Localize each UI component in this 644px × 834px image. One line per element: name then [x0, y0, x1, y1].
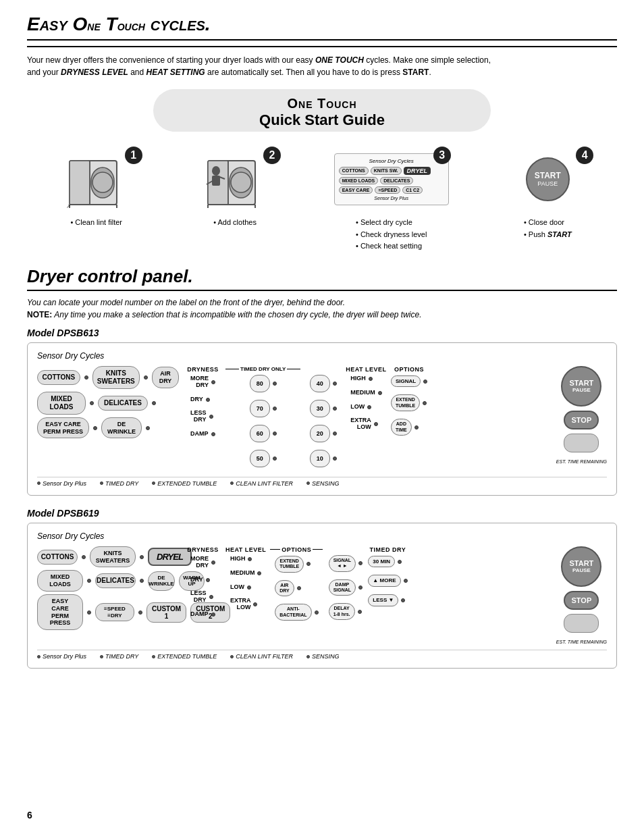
dot-2h3 — [247, 585, 251, 590]
dot-2o1 — [306, 562, 311, 566]
quick-start-guide: One Touch Quick Start Guide — [153, 89, 491, 132]
signal-btn[interactable]: SIGNAL — [391, 375, 421, 388]
speed-dry-btn-2[interactable]: ≡SPEED≡DRY — [95, 603, 134, 621]
dot-2-6 — [138, 610, 142, 615]
easy-care-btn-2[interactable]: EASY CAREPERM PRESS — [37, 594, 83, 630]
t70-btn[interactable]: 70 — [250, 400, 270, 417]
dot-2-3 — [87, 579, 91, 583]
t70-row: 70 — [250, 400, 277, 417]
timed-dry-col-2: TIMED DRY 30 MIN ▲ MORE LESS ▼ — [368, 546, 407, 644]
start-pause-btn-1[interactable]: START PAUSE — [561, 366, 601, 407]
de-wrinkle-btn-1[interactable]: DEWRINKLE — [101, 417, 142, 439]
custom1-btn-2[interactable]: CUSTOM1 — [146, 602, 186, 623]
anti-bacterial-row-2: ANTI-BACTERIAL — [275, 604, 318, 621]
add-clothes-icon — [201, 151, 269, 208]
model-notes: You can locate your model number on the … — [27, 296, 617, 321]
damp-signal-btn-2[interactable]: DAMPSIGNAL — [329, 579, 356, 596]
sensor-dry-plus-label-2: Sensor Dry Plus — [37, 653, 86, 660]
panel-main-2: COTTONS KNITSSWEATERS DRYEL MIXEDLOADS D… — [37, 546, 607, 644]
dot-2d3 — [209, 595, 213, 599]
options-col-1: OPTIONS SIGNAL EXTENDTUMBLE ADDTIME — [391, 366, 428, 471]
signal-btn-2[interactable]: SIGNAL◄ ► — [329, 555, 356, 572]
medium-heat-row-2: MEDIUM — [230, 570, 262, 577]
cottons-btn-1[interactable]: COTTONS — [37, 370, 80, 385]
t50-btn[interactable]: 50 — [250, 450, 270, 467]
settings-col-1: DRYNESS MOREDRY DRY LESSDRY — [184, 366, 551, 471]
extend-tumble-btn[interactable]: EXTENDTUMBLE — [391, 394, 420, 411]
more-btn-2[interactable]: ▲ MORE — [368, 575, 400, 587]
intro-paragraph: Your new dryer offers the convenience of… — [27, 54, 617, 78]
dot-2td3 — [401, 598, 405, 602]
steps-row: ↗ 1 • Clean lint filter — [27, 145, 617, 253]
svg-text:↗: ↗ — [66, 203, 71, 208]
dryness-col-1: DRYNESS MOREDRY DRY LESSDRY — [184, 366, 221, 471]
damp-row-2: DAMP — [190, 611, 215, 618]
dot-2d1 — [211, 561, 215, 565]
extend-tumble-row-2: EXTENDTUMBLE — [275, 556, 318, 573]
air-dry-btn-2[interactable]: AIRDRY — [275, 580, 294, 597]
sensing-bottom-1: SENSING — [306, 480, 340, 487]
delicates-btn-1[interactable]: DELICATES — [98, 396, 148, 411]
timed-dry-header-2: TIMED DRY — [370, 546, 406, 553]
step-4-icon-area: START PAUSE 4 — [500, 145, 595, 213]
dot-2-1 — [82, 555, 86, 559]
cycles-col-2: COTTONS KNITSSWEATERS DRYEL MIXEDLOADS D… — [37, 546, 179, 644]
air-dry-btn-1[interactable]: AIRDRY — [152, 367, 179, 388]
step-3-icon-area: Sensor Dry Cycles COTTONS KNITS SW. DRYE… — [331, 145, 452, 213]
dot-2d2 — [206, 578, 210, 582]
mixed-loads-btn-1[interactable]: MIXEDLOADS — [37, 392, 86, 415]
bottom-row-2: Sensor Dry Plus TIMED DRY EXTENDED TUMBL… — [37, 650, 607, 660]
medium-heat-label: MEDIUM — [350, 390, 375, 396]
timed-col1-1: TIMED DRY ONLY 80 70 60 — [225, 366, 300, 471]
spacer-2p — [329, 627, 363, 644]
t60-row: 60 — [250, 425, 277, 442]
t40-row: 40 — [310, 375, 337, 392]
de-wrinkle-btn-2[interactable]: DEWRINKLE — [148, 571, 175, 591]
t40-btn[interactable]: 40 — [310, 375, 330, 392]
options-col2-2: SIGNAL◄ ► DAMPSIGNAL DELAY1-8 hrs. — [327, 546, 364, 644]
start-label-2: START — [569, 559, 593, 567]
mixed-loads-btn-2[interactable]: MIXEDLOADS — [37, 570, 83, 592]
t20-btn[interactable]: 20 — [310, 425, 330, 442]
step-4: START PAUSE 4 • Close door • Push START — [483, 145, 612, 240]
t30-btn[interactable]: 30 — [310, 400, 330, 417]
anti-bacterial-btn-2[interactable]: ANTI-BACTERIAL — [275, 604, 311, 621]
heat-rows-2: HIGH MEDIUM LOW EXTRALOW — [230, 556, 262, 615]
extend-tumble-btn-2[interactable]: EXTENDTUMBLE — [275, 556, 304, 573]
dot-d4 — [211, 432, 215, 436]
dryer-open-icon: ↗ — [63, 151, 130, 208]
timed-col2-1: 40 30 20 10 — [304, 366, 342, 471]
t60-btn[interactable]: 60 — [250, 425, 270, 442]
options-header-2: OPTIONS — [281, 546, 311, 553]
air-dry-row-2: AIRDRY — [275, 580, 318, 597]
cottons-btn-2[interactable]: COTTONS — [37, 550, 78, 565]
dot-t8 — [333, 457, 337, 461]
step-4-caption: • Close door • Push START — [524, 217, 572, 240]
stop-btn-2[interactable]: STOP — [564, 591, 599, 610]
less-btn-2[interactable]: LESS ▼ — [368, 594, 398, 606]
more-dry-row-2: MOREDRY — [190, 556, 215, 569]
stop-btn-1[interactable]: STOP — [564, 411, 599, 429]
cycles-col-1: COTTONS KNITSSWEATERS AIRDRY MIXEDLOADS … — [37, 366, 179, 471]
high-heat-row-2: HIGH — [230, 556, 262, 563]
knits-btn-1[interactable]: KNITSSWEATERS — [92, 366, 140, 389]
cycle-row-1-2: MIXEDLOADS DELICATES — [37, 392, 179, 415]
dot-2-5 — [87, 610, 91, 615]
dot-o2 — [423, 401, 427, 405]
dot-o1 — [423, 380, 427, 384]
delay-btn-2[interactable]: DELAY1-8 hrs. — [329, 603, 355, 620]
round-control-1 — [564, 434, 599, 452]
knits-btn-2[interactable]: KNITSSWEATERS — [90, 546, 136, 568]
heat-col-2: HEAT LEVEL HIGH MEDIUM LOW — [225, 546, 266, 644]
add-time-btn[interactable]: ADDTIME — [391, 419, 412, 436]
delicates-btn-2[interactable]: DELICATES — [95, 573, 136, 588]
dot-2p2 — [358, 585, 363, 590]
less-dry-row: LESSDRY — [190, 410, 215, 423]
easy-care-btn-1[interactable]: EASY CAREPERM PRESS — [37, 417, 89, 439]
30min-btn[interactable]: 30 MIN — [368, 556, 395, 568]
t80-btn[interactable]: 80 — [250, 375, 270, 392]
dot-2 — [144, 375, 148, 380]
dot-2td1 — [398, 560, 402, 564]
start-pause-btn-2[interactable]: START PAUSE — [561, 546, 601, 587]
t10-btn[interactable]: 10 — [310, 450, 330, 467]
